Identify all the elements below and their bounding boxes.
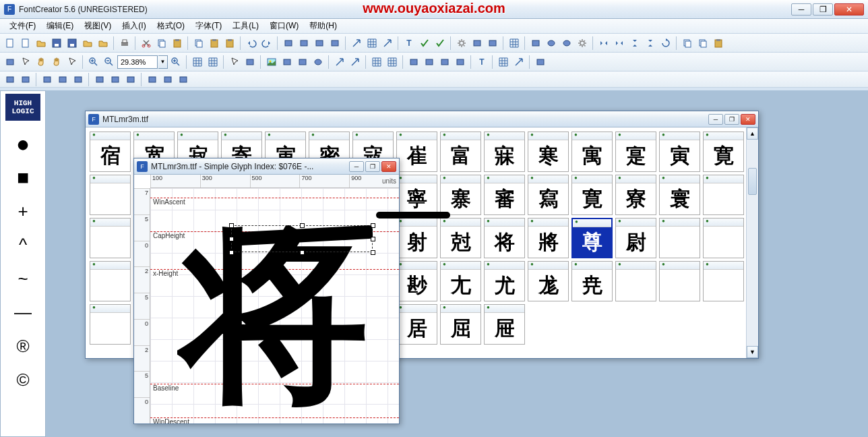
grid-icon[interactable] (190, 55, 205, 69)
palette-glyph[interactable]: ● (12, 133, 34, 154)
glyph-cell[interactable] (615, 261, 656, 301)
rect-icon[interactable] (533, 55, 548, 69)
resize-handle-w[interactable] (229, 237, 234, 241)
grid-icon[interactable] (385, 55, 400, 69)
rect-icon[interactable] (406, 55, 421, 69)
pointer-icon[interactable] (65, 55, 80, 69)
new-icon[interactable] (3, 36, 18, 51)
menu-item[interactable]: 格式(O) (153, 19, 189, 33)
rect-icon[interactable] (123, 72, 138, 87)
open-icon[interactable] (80, 36, 95, 51)
flip-v-icon[interactable] (627, 36, 642, 51)
glyph-cell[interactable]: 寐 (484, 132, 525, 172)
glyph-cell[interactable]: 寒 (528, 132, 569, 172)
palette-glyph[interactable]: + (12, 200, 34, 222)
zoom-in-icon[interactable] (168, 55, 183, 69)
menu-item[interactable]: 字体(T) (191, 19, 226, 33)
rect-icon[interactable] (295, 55, 310, 69)
palette-glyph[interactable]: ^ (12, 234, 34, 256)
glyph-cell[interactable] (703, 175, 744, 215)
glyph-cell[interactable]: 寨 (440, 175, 481, 215)
glyph-cell[interactable]: 尢 (440, 261, 481, 301)
print-icon[interactable] (117, 36, 132, 51)
glyph-cell[interactable]: 屈 (440, 304, 481, 345)
rect-icon[interactable] (297, 36, 311, 51)
glyph-cell[interactable]: 尠 (396, 261, 437, 301)
arrow-icon[interactable] (349, 36, 364, 51)
menu-item[interactable]: 窗口(W) (266, 19, 303, 33)
grid-icon[interactable] (507, 36, 522, 51)
child-maximize-button[interactable]: ❐ (365, 161, 380, 172)
arrow-icon[interactable] (332, 55, 347, 69)
palette-glyph[interactable]: ® (12, 335, 34, 357)
glyph-cell[interactable] (703, 261, 744, 301)
rect-icon[interactable] (18, 72, 33, 87)
paste-icon[interactable] (711, 36, 726, 51)
editor-canvas-area[interactable]: 100300500700900 units 750250250 WinAscen… (134, 175, 399, 424)
rect-icon[interactable] (3, 55, 18, 69)
arrow-icon[interactable] (348, 55, 363, 69)
text-icon[interactable]: T (402, 36, 416, 51)
rect-icon[interactable] (470, 36, 485, 51)
palette-glyph[interactable]: ■ (12, 167, 34, 188)
resize-handle-n[interactable] (300, 223, 305, 228)
glyph-cell[interactable]: 寮 (615, 175, 656, 215)
glyph-cell[interactable]: 寫 (528, 175, 569, 215)
glyph-cell[interactable] (90, 304, 131, 345)
glyph-cell[interactable]: 尨 (528, 261, 569, 301)
grid-icon[interactable] (496, 55, 511, 69)
child-close-button[interactable]: ✕ (741, 114, 755, 125)
overview-titlebar[interactable]: F MTLmr3m.ttf ─ ❐ ✕ (86, 111, 758, 127)
guide-winascent[interactable] (150, 198, 399, 198)
check-icon[interactable] (417, 36, 432, 51)
glyph-cell[interactable] (90, 175, 131, 215)
rect-icon[interactable] (3, 72, 18, 87)
scroll-thumb[interactable] (748, 168, 757, 195)
cut-icon[interactable] (139, 36, 154, 51)
copy-icon[interactable] (154, 36, 169, 51)
rect-icon[interactable] (71, 72, 86, 87)
glyph-cell[interactable]: 寔 (615, 132, 656, 172)
rect-icon[interactable] (485, 36, 500, 51)
glyph-cell[interactable]: 尭 (571, 261, 613, 301)
rect-icon[interactable] (243, 55, 257, 69)
menu-item[interactable]: 视图(V) (80, 19, 115, 33)
scroll-down-icon[interactable]: ▼ (747, 346, 758, 358)
zoom-dropdown[interactable]: ▼ (158, 55, 168, 69)
editor-titlebar[interactable]: F MTLmr3m.ttf - Simple Glyph Index: $076… (134, 158, 399, 175)
new-icon[interactable] (18, 36, 33, 51)
glyph-cell[interactable]: 尅 (440, 218, 481, 258)
copy-icon[interactable] (191, 36, 206, 51)
open-icon[interactable] (96, 36, 111, 51)
zoom-in-icon[interactable] (86, 55, 101, 69)
scroll-up-icon[interactable]: ▲ (747, 127, 758, 140)
open-icon[interactable] (34, 36, 49, 51)
resize-handle-sw[interactable] (229, 250, 234, 255)
menu-item[interactable]: 工具(L) (228, 19, 263, 33)
glyph-cell[interactable]: 寰 (659, 175, 700, 215)
glyph-cell[interactable] (90, 261, 131, 301)
glyph-cell[interactable]: 寧 (396, 175, 437, 215)
glyph-outline[interactable]: 将 (177, 225, 373, 424)
rect-icon[interactable] (176, 72, 191, 87)
save-icon[interactable] (65, 36, 80, 51)
menu-item[interactable]: 插入(I) (118, 19, 150, 33)
glyph-cell[interactable]: 尤 (484, 261, 525, 301)
hand-icon[interactable] (49, 55, 64, 69)
rect-icon[interactable] (453, 55, 468, 69)
glyph-editor-window[interactable]: F MTLmr3m.ttf - Simple Glyph Index: $076… (133, 158, 400, 424)
rect-icon[interactable] (40, 72, 55, 87)
glyph-cell[interactable]: 尊 (571, 218, 613, 258)
rect-icon[interactable] (280, 55, 294, 69)
grid-icon[interactable] (206, 55, 220, 69)
glyph-cell[interactable]: 將 (528, 218, 569, 258)
glyph-cell[interactable] (90, 218, 131, 258)
child-maximize-button[interactable]: ❐ (724, 114, 739, 125)
glyph-cell[interactable]: 寅 (659, 132, 700, 172)
child-minimize-button[interactable]: ─ (708, 114, 723, 125)
grid-icon[interactable] (365, 36, 379, 51)
text-icon[interactable]: T (474, 55, 489, 69)
rect-icon[interactable] (55, 72, 70, 87)
glyph-cell[interactable]: 寓 (571, 132, 613, 172)
maximize-button[interactable]: ❐ (813, 3, 833, 16)
